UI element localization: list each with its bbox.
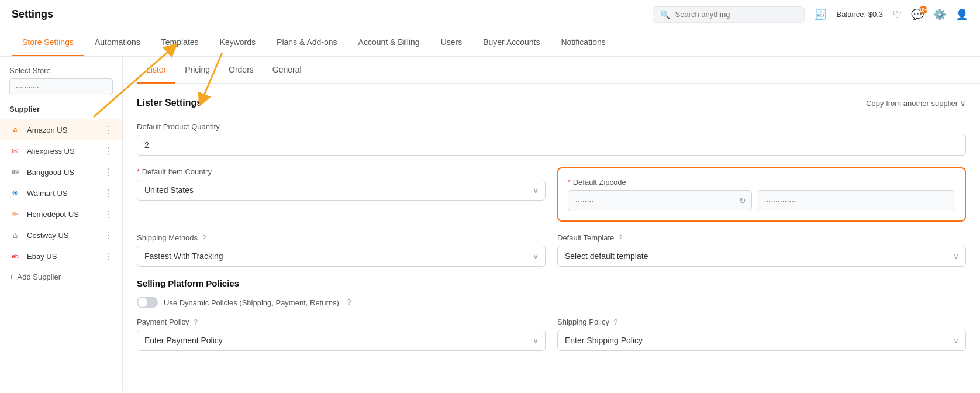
zipcode-value-input[interactable] [757, 190, 956, 211]
shipping-methods-group: Shipping Methods ? Fastest With Tracking… [137, 233, 546, 267]
user-icon[interactable]: 👤 [955, 8, 968, 21]
shipping-template-row: Shipping Methods ? Fastest With Tracking… [137, 233, 966, 278]
default-zipcode-label: * Default Zipcode [568, 178, 955, 187]
top-bar-right: 🔍 🧾 Balance: $0.3 ♡ 💬 10+ ⚙️ 👤 [653, 6, 968, 23]
costway-icon: ⌂ [9, 229, 21, 241]
supplier-aliexpress[interactable]: ✉ Aliexpress US ⋮ [0, 140, 122, 161]
supplier-more-ebay[interactable]: ⋮ [103, 251, 113, 262]
banggood-icon: 99 [9, 166, 21, 178]
default-country-label: * Default Item Country [137, 167, 546, 176]
supplier-name-aliexpress: Aliexpress US [27, 147, 98, 156]
section-header: Lister Settings Copy from another suppli… [137, 98, 966, 108]
tab-lister[interactable]: Lister [137, 57, 175, 84]
sidebar: Select Store Supplier a Amazon US ⋮ ✉ Al… [0, 57, 123, 391]
top-bar: Settings 🔍 🧾 Balance: $0.3 ♡ 💬 10+ ⚙️ 👤 [0, 0, 980, 29]
default-quantity-input[interactable] [137, 135, 966, 156]
shipping-info-icon: ? [202, 234, 206, 242]
ebay-icon: eb [9, 250, 21, 262]
search-icon: 🔍 [660, 10, 670, 19]
payment-info-icon: ? [194, 318, 198, 326]
supplier-walmart[interactable]: ✳ Walmart US ⋮ [0, 182, 122, 204]
supplier-ebay[interactable]: eb Ebay US ⋮ [0, 246, 122, 267]
tab-general[interactable]: General [263, 57, 311, 84]
supplier-homedepot[interactable]: ✏ Homedepot US ⋮ [0, 204, 122, 225]
receipt-icon: 🧾 [814, 8, 827, 21]
nav-buyer-accounts[interactable]: Buyer Accounts [472, 29, 550, 56]
tab-orders[interactable]: Orders [219, 57, 263, 84]
nav-keywords[interactable]: Keywords [209, 29, 266, 56]
supplier-more-banggood[interactable]: ⋮ [103, 167, 113, 178]
payment-policy-select[interactable]: Enter Payment Policy [137, 330, 546, 351]
default-country-select[interactable]: United States Canada United Kingdom [137, 180, 546, 201]
app-title: Settings [12, 8, 53, 20]
policy-row: Payment Policy ? Enter Payment Policy ∨ … [137, 318, 966, 363]
content-area: Lister Settings Copy from another suppli… [123, 84, 980, 377]
notification-badge: 10+ [919, 6, 927, 14]
default-template-select[interactable]: Select default template [557, 246, 966, 267]
zipcode-input-wrapper: ↻ [568, 190, 752, 211]
notification-area[interactable]: 💬 10+ [911, 8, 924, 21]
refresh-icon[interactable]: ↻ [739, 196, 746, 205]
store-select-input[interactable] [9, 78, 113, 95]
selling-platform-section: Selling Platform Policies Use Dynamic Po… [137, 278, 966, 363]
shipping-policy-info-icon: ? [614, 318, 618, 326]
shipping-policy-select[interactable]: Enter Shipping Policy [557, 330, 966, 351]
supplier-more-amazon[interactable]: ⋮ [103, 125, 113, 136]
nav-store-settings[interactable]: Store Settings [12, 29, 84, 56]
supplier-name-costway: Costway US [27, 231, 98, 240]
copy-label: Copy from another supplier [866, 99, 958, 108]
default-country-group: * Default Item Country United States Can… [137, 167, 546, 222]
supplier-more-aliexpress[interactable]: ⋮ [103, 146, 113, 157]
nav-notifications[interactable]: Notifications [550, 29, 616, 56]
aliexpress-icon: ✉ [9, 145, 21, 157]
dynamic-policies-label: Use Dynamic Policies (Shipping, Payment,… [164, 298, 339, 307]
default-template-group: Default Template ? Select default templa… [557, 233, 966, 267]
main-nav: Store Settings Automations Templates Key… [0, 29, 980, 57]
shipping-methods-label: Shipping Methods ? [137, 233, 546, 242]
search-input[interactable] [675, 10, 797, 19]
copy-from-supplier-btn[interactable]: Copy from another supplier ∨ [866, 99, 966, 108]
add-supplier-btn[interactable]: + Add Supplier [0, 267, 122, 287]
template-select-wrapper: Select default template ∨ [557, 246, 966, 267]
supplier-more-costway[interactable]: ⋮ [103, 230, 113, 241]
select-store-label: Select Store [0, 66, 122, 78]
supplier-amazon[interactable]: a Amazon US ⋮ [0, 119, 122, 140]
supplier-name-homedepot: Homedepot US [27, 210, 98, 219]
plus-icon: + [9, 273, 14, 281]
dynamic-policies-toggle[interactable] [137, 297, 158, 308]
search-box[interactable]: 🔍 [653, 6, 805, 23]
walmart-icon: ✳ [9, 187, 21, 199]
payment-policy-label: Payment Policy ? [137, 318, 546, 326]
country-zipcode-row: * Default Item Country United States Can… [137, 167, 966, 233]
amazon-icon: a [9, 124, 21, 136]
nav-users[interactable]: Users [430, 29, 473, 56]
nav-templates[interactable]: Templates [151, 29, 209, 56]
required-star: * [137, 167, 140, 176]
shipping-methods-select[interactable]: Fastest With Tracking Standard Shipping … [137, 246, 546, 267]
default-template-label: Default Template ? [557, 233, 966, 242]
shipping-select-wrapper: Fastest With Tracking Standard Shipping … [137, 246, 546, 267]
supplier-costway[interactable]: ⌂ Costway US ⋮ [0, 225, 122, 246]
supplier-banggood[interactable]: 99 Banggood US ⋮ [0, 161, 122, 182]
layout: Select Store Supplier a Amazon US ⋮ ✉ Al… [0, 57, 980, 391]
shipping-policy-select-wrapper: Enter Shipping Policy ∨ [557, 330, 966, 351]
zipcode-input[interactable] [568, 190, 752, 211]
selling-platform-title: Selling Platform Policies [137, 278, 966, 288]
tab-pricing[interactable]: Pricing [175, 57, 219, 84]
supplier-more-walmart[interactable]: ⋮ [103, 188, 113, 199]
section-title: Lister Settings [137, 98, 202, 108]
nav-billing[interactable]: Account & Billing [348, 29, 430, 56]
shipping-policy-label: Shipping Policy ? [557, 318, 966, 326]
sub-tabs: Lister Pricing Orders General [123, 57, 980, 84]
settings-icon[interactable]: ⚙️ [933, 8, 946, 21]
default-zipcode-group: * Default Zipcode ↻ [557, 167, 966, 222]
supplier-name-banggood: Banggood US [27, 168, 98, 177]
nav-plans[interactable]: Plans & Add-ons [266, 29, 348, 56]
nav-automations[interactable]: Automations [84, 29, 151, 56]
template-info-icon: ? [619, 234, 623, 242]
balance-text: Balance: $0.3 [836, 10, 883, 19]
dynamic-policies-row: Use Dynamic Policies (Shipping, Payment,… [137, 297, 966, 308]
payment-policy-group: Payment Policy ? Enter Payment Policy ∨ [137, 318, 546, 351]
homedepot-icon: ✏ [9, 208, 21, 220]
supplier-more-homedepot[interactable]: ⋮ [103, 209, 113, 220]
